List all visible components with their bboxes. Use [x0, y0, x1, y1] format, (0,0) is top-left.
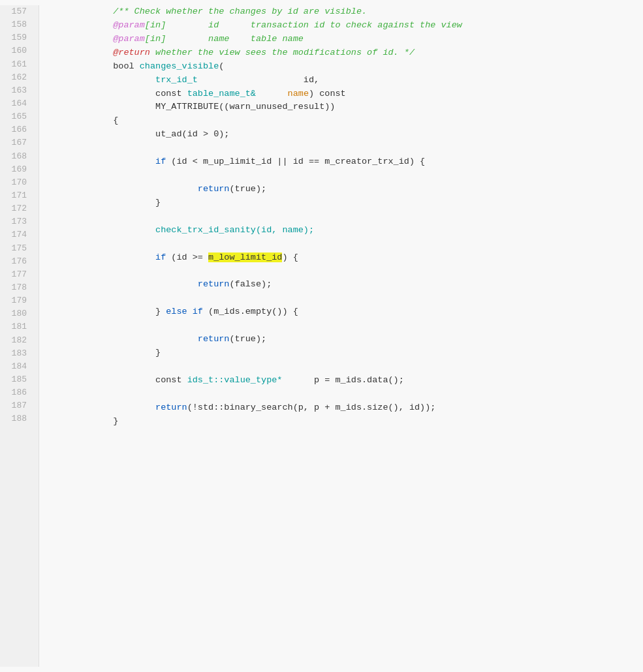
token — [50, 48, 113, 57]
token: else if — [166, 307, 203, 316]
line-number: 185 — [0, 373, 32, 386]
code-line — [50, 210, 643, 224]
code-line: trx_id_t id, — [50, 74, 643, 87]
token: name table name — [166, 34, 304, 44]
code-line — [50, 237, 643, 251]
token: /** Check whether the changes by id are … — [50, 7, 367, 16]
token: check_trx_id_sanity(id, name); — [50, 225, 314, 235]
code-line: /** Check whether the changes by id are … — [50, 5, 643, 19]
token — [50, 334, 198, 344]
token — [50, 184, 198, 194]
line-number: 183 — [0, 347, 32, 360]
line-number: 171 — [0, 189, 32, 202]
line-number: 160 — [0, 44, 32, 57]
token: if — [155, 252, 166, 262]
token: (false); — [229, 279, 272, 289]
token: ) const — [309, 89, 346, 99]
token: [in] — [145, 20, 166, 30]
token: ut_ad(id > 0); — [50, 129, 229, 139]
token: @param — [113, 34, 145, 44]
code-line: return(!std::binary_search(p, p + m_ids.… — [50, 401, 643, 415]
line-number: 159 — [0, 31, 32, 44]
token: [in] — [145, 34, 166, 44]
token: changes_visible — [140, 61, 219, 71]
token: const — [155, 89, 182, 99]
token — [50, 89, 155, 99]
token: p — [314, 375, 319, 385]
token: ids_t::value_type* — [182, 375, 315, 385]
code-line: } — [50, 346, 643, 360]
token: const — [155, 375, 182, 385]
token: bool — [50, 61, 140, 71]
token: } — [50, 198, 161, 207]
code-line: return(true); — [50, 333, 643, 346]
line-number: 169 — [0, 163, 32, 176]
line-number: 162 — [0, 71, 32, 84]
code-line: MY_ATTRIBUTE((warn_unused_result)) — [50, 100, 643, 114]
line-number: 158 — [0, 18, 32, 31]
token — [50, 375, 155, 385]
code-line: if (id < m_up_limit_id || id == m_creato… — [50, 155, 643, 169]
token: { — [50, 115, 118, 125]
token: } — [50, 307, 166, 316]
line-number: 166 — [0, 123, 32, 136]
line-number: 179 — [0, 294, 32, 307]
token: return — [198, 279, 230, 289]
line-number: 176 — [0, 255, 32, 268]
token: trx_id_t — [155, 75, 198, 85]
token: if — [155, 157, 166, 166]
code-line — [50, 169, 643, 183]
token: (id >= — [166, 252, 208, 262]
line-number: 157 — [0, 5, 32, 18]
token: id transaction id to check against the v… — [166, 20, 462, 30]
token: (true); — [229, 334, 266, 344]
token: MY_ATTRIBUTE((warn_unused_result)) — [50, 102, 335, 112]
token: return — [155, 403, 187, 412]
code-line: return(false); — [50, 278, 643, 292]
line-number: 178 — [0, 281, 32, 294]
line-number: 167 — [0, 136, 32, 149]
line-numbers: 1571581591601611621631641651661671681691… — [0, 5, 39, 667]
code-line: const ids_t::value_type* p = m_ids.data(… — [50, 374, 643, 388]
code-line: @param[in] id transaction id to check ag… — [50, 19, 643, 33]
token: m_low_limit_id — [208, 252, 282, 262]
code-line: } — [50, 415, 643, 429]
line-number: 173 — [0, 215, 32, 228]
code-line: bool changes_visible( — [50, 60, 643, 74]
code-line: { — [50, 114, 643, 128]
code-line: const table_name_t& name) const — [50, 87, 643, 101]
code-line — [50, 360, 643, 374]
token: whether the view sees the modifications … — [150, 48, 415, 57]
line-number: 165 — [0, 110, 32, 123]
code-line — [50, 319, 643, 333]
token: ( — [219, 61, 224, 71]
line-number: 170 — [0, 176, 32, 189]
line-number: 172 — [0, 202, 32, 215]
code-line — [50, 429, 643, 442]
token — [50, 157, 155, 166]
token: @return — [113, 48, 150, 57]
token: return — [198, 334, 230, 344]
token: (id < m_up_limit_id || id == m_creator_t… — [166, 157, 425, 166]
code-line: if (id >= m_low_limit_id) { — [50, 251, 643, 265]
token: = m_ids.data(); — [319, 375, 404, 385]
token: (true); — [229, 184, 266, 194]
line-number: 168 — [0, 150, 32, 163]
line-number: 188 — [0, 412, 32, 425]
code-line: check_trx_id_sanity(id, name); — [50, 224, 643, 237]
code-line — [50, 265, 643, 279]
token: @param — [113, 20, 145, 30]
token — [50, 279, 198, 289]
code-line: @return whether the view sees the modifi… — [50, 46, 643, 60]
token: (!std::binary_search(p, p + m_ids.size()… — [187, 403, 436, 412]
code-lines: /** Check whether the changes by id are … — [39, 5, 643, 667]
code-line — [50, 388, 643, 401]
code-container: 1571581591601611621631641651661671681691… — [0, 0, 643, 672]
token: ) { — [282, 252, 298, 262]
code-line: @param[in] name table name — [50, 33, 643, 46]
token — [50, 252, 155, 262]
code-line: } else if (m_ids.empty()) { — [50, 305, 643, 319]
token: } — [50, 348, 161, 358]
token — [50, 20, 113, 30]
token — [50, 75, 155, 85]
